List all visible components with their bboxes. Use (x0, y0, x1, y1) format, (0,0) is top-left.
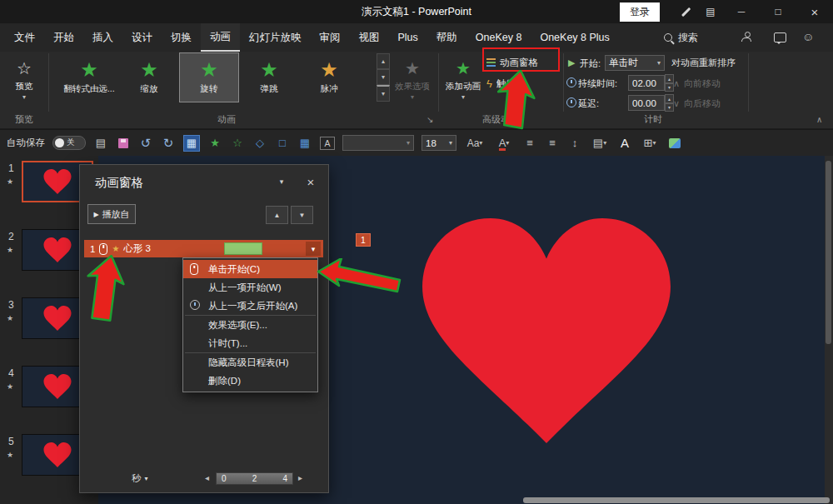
tab-slideshow[interactable]: 幻灯片放映 (240, 23, 311, 52)
rectangle-icon[interactable]: □ (275, 136, 290, 151)
timeline-tick: 2 (252, 474, 257, 483)
numbered-list-icon[interactable]: ≡ (545, 136, 560, 151)
menu-item-start-with-previous[interactable]: 从上一项开始(W) (183, 278, 317, 297)
menu-item-start-after-previous[interactable]: 从上一项之后开始(A) (183, 297, 317, 315)
heart-shape-main[interactable] (421, 218, 672, 443)
tab-file[interactable]: 文件 (5, 23, 44, 52)
save-icon[interactable] (116, 136, 131, 151)
grid-icon[interactable]: ▦ (297, 136, 312, 151)
table-insert-icon[interactable]: ⊞▾ (640, 136, 660, 151)
font-name-combo[interactable]: ▾ (342, 135, 414, 151)
shapes-icon[interactable]: ◇ (252, 136, 267, 151)
pen-icon (681, 7, 691, 17)
font-size-grow-icon[interactable]: A (617, 136, 632, 151)
effect-options-button[interactable]: ★ 效果选项 ▾ (390, 53, 435, 105)
maximize-button[interactable]: □ (760, 0, 796, 23)
tab-home[interactable]: 开始 (44, 23, 83, 52)
gallery-label: 缩放 (141, 83, 158, 95)
chevron-down-icon: ▾ (652, 139, 656, 147)
duration-input[interactable]: 02.00 (628, 75, 665, 91)
move-up-button[interactable]: ▲ (266, 206, 288, 224)
comments-icon[interactable] (774, 32, 786, 45)
menu-item-remove[interactable]: 删除(D) (183, 372, 317, 390)
textbox-icon[interactable]: A (320, 137, 335, 150)
gallery-item-pulse[interactable]: ★ 脉冲 (300, 53, 358, 102)
feedback-smiley-icon[interactable]: ☺ (802, 30, 814, 43)
align-options-icon[interactable]: ▤▾ (590, 136, 610, 151)
login-button[interactable]: 登录 (620, 2, 660, 22)
gallery-scroll-down-button[interactable]: ▾ (377, 69, 390, 85)
chevron-down-icon: ▾ (461, 93, 465, 101)
add-effect-star-icon[interactable]: ★ (207, 136, 222, 151)
menu-item-effect-options[interactable]: 效果选项(E)... (183, 316, 317, 334)
font-size-combo[interactable]: 18 ▾ (421, 135, 456, 151)
gallery-more-button[interactable]: ▾ (377, 85, 390, 102)
gallery-item-zoom[interactable]: ★ 缩放 (120, 53, 178, 102)
search-box[interactable]: 搜索 (664, 23, 698, 52)
move-earlier-button[interactable]: ∧ 向前移动 (673, 74, 721, 92)
animation-dialog-launcher-icon[interactable]: ↘ (426, 115, 433, 124)
play-from-button[interactable]: ▶ 播放自 (87, 204, 136, 224)
seconds-dropdown[interactable]: 秒 ▾ (132, 472, 148, 485)
ribbon-display-options-icon[interactable]: ▤ (698, 0, 723, 23)
move-down-button[interactable]: ▼ (291, 206, 313, 224)
redo-icon[interactable]: ↻ (161, 136, 176, 151)
animation-pane-button[interactable]: 动画窗格 (486, 53, 538, 72)
insert-picture-icon[interactable] (667, 136, 682, 151)
change-case-icon[interactable]: Aa▾ (464, 136, 486, 151)
tab-plus[interactable]: Plus (389, 23, 427, 52)
close-button[interactable]: × (796, 0, 833, 23)
menu-item-hide-advanced-timeline[interactable]: 隐藏高级日程表(H) (183, 353, 317, 372)
animation-pane-label: 动画窗格 (500, 57, 538, 69)
bullet-list-icon[interactable]: ≡ (522, 136, 537, 151)
gallery-item-bounce[interactable]: ★ 弹跳 (240, 53, 298, 102)
timeline-left-icon[interactable]: ◂ (205, 473, 209, 482)
autosave-toggle[interactable]: 关 (52, 136, 86, 150)
powerpoint-window: 演示文稿1 - PowerPoint 登录 ▤ ─ □ × 文件 开始 插入 设… (0, 0, 833, 504)
move-later-button[interactable]: ∨ 向后移动 (673, 94, 721, 112)
effect-options-label: 效果选项 (395, 81, 430, 91)
gallery-item-spin[interactable]: ★ 旋转 (180, 53, 238, 102)
pane-menu-button[interactable]: ▾ (272, 173, 291, 190)
group-separator (438, 53, 439, 112)
add-animation-button[interactable]: ★ 添加动画 ▾ (443, 53, 483, 105)
gallery-item-swivel[interactable]: ★ 翻转式由远... (60, 53, 118, 102)
tab-onekey8[interactable]: OneKey 8 (466, 23, 531, 52)
effect-star-outline-icon[interactable]: ☆ (230, 136, 245, 151)
view-grid-icon[interactable]: ▤ (93, 136, 108, 151)
minimize-button[interactable]: ─ (723, 0, 760, 23)
timing-bar[interactable] (224, 242, 262, 255)
menu-item-timing[interactable]: 计时(T)... (183, 334, 317, 352)
menu-item-start-on-click[interactable]: 单击开始(C) (183, 260, 317, 278)
tab-design[interactable]: 设计 (122, 23, 162, 52)
font-color-icon[interactable]: A▾ (493, 136, 515, 151)
timeline-right-icon[interactable]: ▸ (298, 473, 302, 482)
tab-onekey8plus[interactable]: OneKey 8 Plus (531, 23, 618, 52)
selected-tool-icon[interactable]: ▦ (183, 135, 200, 152)
start-dropdown[interactable]: 单击时 ▾ (605, 55, 665, 71)
share-icon[interactable] (741, 32, 751, 44)
timeline-scrollbar[interactable]: 0 2 4 (216, 472, 293, 485)
tab-view[interactable]: 视图 (350, 23, 389, 52)
vertical-scrollbar-thumb[interactable] (826, 161, 831, 344)
trigger-button[interactable]: ϟ 触发 ▾ (486, 74, 523, 92)
tab-review[interactable]: 审阅 (311, 23, 350, 52)
pane-close-button[interactable]: × (302, 173, 320, 190)
draw-pen-icon[interactable] (673, 0, 698, 23)
undo-icon[interactable]: ↺ (138, 136, 153, 151)
preview-button[interactable]: ☆ 预览 ▾ (5, 53, 43, 105)
tab-transitions[interactable]: 切换 (162, 23, 201, 52)
line-spacing-icon[interactable]: ↕ (567, 136, 582, 151)
animation-item-heart3[interactable]: 1 ★ 心形 3 ▾ (84, 240, 323, 257)
tab-animations[interactable]: 动画 (201, 23, 240, 52)
delay-input[interactable]: 00.00 (628, 95, 665, 111)
animation-item-dropdown[interactable]: ▾ (306, 242, 321, 256)
collapse-ribbon-icon[interactable]: ∧ (816, 115, 822, 124)
move-later-label: 向后移动 (684, 97, 721, 110)
diskette-icon (118, 138, 128, 148)
animation-number-badge: 1 (356, 233, 371, 247)
gallery-scroll-up-button[interactable]: ▴ (377, 53, 390, 69)
tab-insert[interactable]: 插入 (83, 23, 122, 52)
horizontal-scrollbar-thumb[interactable] (523, 497, 830, 503)
tab-help[interactable]: 帮助 (427, 23, 466, 52)
